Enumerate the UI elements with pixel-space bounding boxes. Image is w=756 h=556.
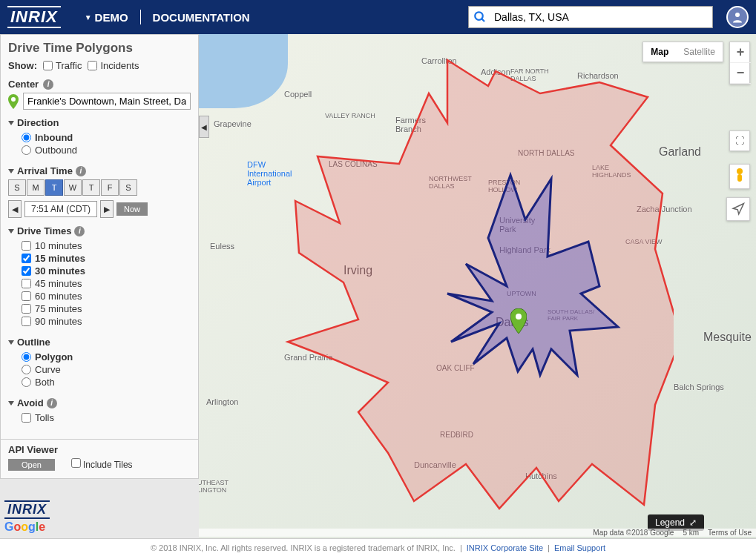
center-marker[interactable]	[510, 308, 527, 336]
polygon-overlay	[243, 49, 674, 523]
arrival-header[interactable]: Arrival Time i	[8, 165, 191, 176]
search-input[interactable]	[491, 8, 712, 26]
avoid-tolls[interactable]: Tolls	[22, 411, 191, 424]
caret-down-icon: ▼	[85, 13, 92, 21]
map-copyright: Map data ©2018 Google	[593, 529, 674, 537]
streetview-pegman[interactable]	[729, 164, 750, 189]
outbound-radio[interactable]	[22, 145, 31, 155]
dt-45[interactable]: 45 minutes	[22, 277, 191, 290]
incidents-checkbox[interactable]	[88, 61, 97, 70]
fullscreen-button[interactable]: ⛶	[729, 130, 750, 151]
info-icon[interactable]: i	[43, 79, 53, 90]
avoid-group: Tolls	[8, 408, 191, 426]
pin-icon	[8, 94, 19, 109]
caret-icon	[8, 169, 14, 173]
map-canvas[interactable]: Dallas Irving Garland Mesquite Carrollto…	[199, 34, 756, 538]
time-display[interactable]: 7:51 AM (CDT)	[24, 201, 97, 217]
outline-header[interactable]: Outline	[8, 337, 191, 348]
user-avatar[interactable]	[726, 6, 749, 28]
now-button[interactable]: Now	[116, 202, 148, 216]
day-mon[interactable]: M	[27, 179, 45, 196]
sidebar-title: Drive Time Polygons	[8, 41, 191, 56]
day-wed[interactable]: W	[64, 179, 82, 196]
center-label: Center	[8, 79, 39, 90]
map-terms[interactable]: Terms of Use	[708, 529, 752, 537]
direction-label: Direction	[17, 117, 59, 128]
dt-60[interactable]: 60 minutes	[22, 290, 191, 302]
avoid-label: Avoid	[17, 397, 44, 408]
svg-point-3	[11, 97, 16, 102]
svg-point-4	[516, 314, 522, 320]
traffic-checkbox[interactable]	[43, 61, 53, 70]
footer-copyright: © 2018 INRIX, Inc. All rights reserved. …	[151, 543, 456, 552]
info-icon[interactable]: i	[47, 398, 57, 408]
day-sat[interactable]: S	[119, 179, 137, 196]
time-prev[interactable]: ◀	[8, 200, 22, 218]
arrival-label: Arrival Time	[17, 165, 73, 176]
info-icon[interactable]: i	[74, 226, 85, 236]
nav-separator	[140, 10, 141, 24]
svg-marker-7	[733, 204, 743, 214]
dt-15[interactable]: 15 minutes	[22, 252, 191, 265]
svg-point-2	[735, 13, 740, 17]
brand-text: INRIX	[7, 6, 61, 28]
zoom-out[interactable]: −	[730, 63, 751, 84]
info-icon[interactable]: i	[76, 166, 86, 176]
nav-documentation[interactable]: DOCUMENTATION	[153, 11, 250, 24]
dt-90[interactable]: 90 minutes	[22, 315, 191, 328]
caret-icon	[8, 121, 14, 125]
nav-demo[interactable]: ▼ DEMO	[85, 11, 128, 24]
google-logo: Google	[4, 520, 50, 534]
center-label-row: Center i	[8, 79, 191, 90]
drivetimes-label: Drive Times	[17, 225, 71, 236]
brand-logo[interactable]: INRIX	[7, 6, 61, 28]
api-viewer-label: API Viewer	[8, 444, 191, 455]
locate-button[interactable]	[726, 197, 750, 221]
sidebar-collapse-handle[interactable]: ◀	[199, 116, 209, 138]
dt-30[interactable]: 30 minutes	[22, 265, 191, 277]
dt-75[interactable]: 75 minutes	[22, 302, 191, 315]
expand-icon: ⤢	[689, 517, 697, 528]
footer-corporate-link[interactable]: INRIX Corporate Site	[467, 543, 543, 552]
topbar: INRIX ▼ DEMO DOCUMENTATION	[0, 0, 756, 34]
footer-logos: INRIX Google	[4, 500, 50, 534]
outline-both[interactable]: Both	[22, 376, 191, 388]
center-row	[8, 93, 191, 110]
zoom-control: + −	[729, 42, 750, 85]
include-tiles[interactable]: Include Tiles	[71, 460, 133, 470]
drivetimes-header[interactable]: Drive Times i	[8, 225, 191, 236]
map-type-toggle: Map Satellite	[642, 42, 723, 62]
avoid-header[interactable]: Avoid i	[8, 397, 191, 408]
footer-support-link[interactable]: Email Support	[554, 543, 605, 552]
outline-polygon[interactable]: Polygon	[22, 351, 191, 363]
nav-documentation-label: DOCUMENTATION	[153, 11, 250, 24]
footer-brand: INRIX	[4, 500, 50, 519]
show-row: Show: Traffic Incidents	[8, 60, 191, 71]
dt-10[interactable]: 10 minutes	[22, 239, 191, 252]
inbound-radio[interactable]	[22, 133, 31, 142]
zoom-in[interactable]: +	[730, 42, 751, 63]
time-next[interactable]: ▶	[100, 200, 114, 218]
search-icon[interactable]	[469, 10, 491, 24]
api-open-button[interactable]: Open	[8, 459, 55, 471]
show-traffic[interactable]: Traffic	[43, 60, 82, 71]
map-attribution: Map data ©2018 Google 5 km Terms of Use	[199, 529, 756, 537]
direction-header[interactable]: Direction	[8, 117, 191, 128]
caret-icon	[8, 340, 14, 345]
map-scale: 5 km	[683, 529, 699, 537]
show-incidents[interactable]: Incidents	[88, 60, 139, 71]
svg-line-1	[481, 19, 484, 21]
map-type-satellite[interactable]: Satellite	[676, 42, 723, 62]
day-sun[interactable]: S	[8, 179, 26, 196]
direction-outbound[interactable]: Outbound	[22, 144, 191, 156]
day-buttons: S M T W T F S	[8, 179, 191, 196]
day-fri[interactable]: F	[101, 179, 119, 196]
day-thu[interactable]: T	[82, 179, 100, 196]
show-label: Show:	[8, 60, 37, 71]
direction-inbound[interactable]: Inbound	[22, 131, 191, 144]
center-input[interactable]	[23, 93, 191, 110]
day-tue[interactable]: T	[45, 179, 63, 196]
outline-curve[interactable]: Curve	[22, 363, 191, 376]
map-type-map[interactable]: Map	[643, 42, 676, 62]
sidebar: Drive Time Polygons Show: Traffic Incide…	[0, 34, 199, 479]
